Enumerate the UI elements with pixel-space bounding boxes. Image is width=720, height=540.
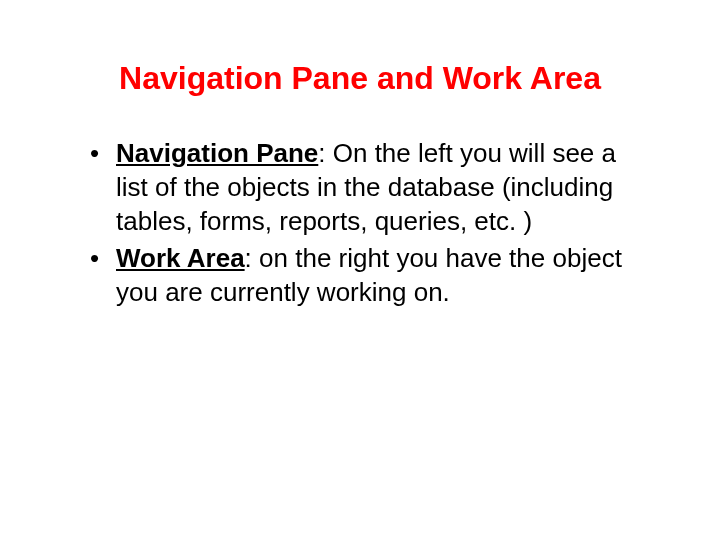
bullet-term: Navigation Pane [116,138,318,168]
bullet-colon: : [245,243,259,273]
bullet-item: Navigation Pane: On the left you will se… [80,137,640,238]
bullet-item: Work Area: on the right you have the obj… [80,242,640,310]
slide-content: Navigation Pane: On the left you will se… [80,137,640,310]
bullet-colon: : [318,138,332,168]
slide-title: Navigation Pane and Work Area [80,60,640,97]
bullet-term: Work Area [116,243,245,273]
